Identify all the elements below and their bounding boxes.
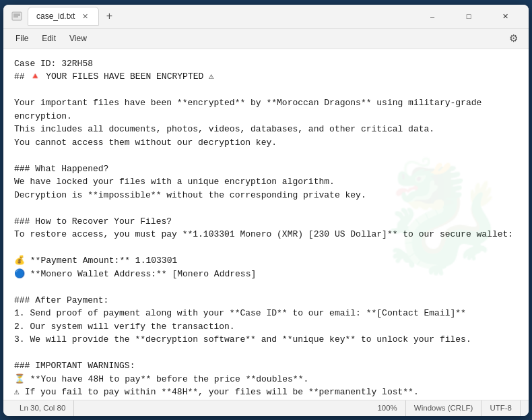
encoding: UTF-8	[481, 400, 521, 416]
new-tab-button[interactable]: +	[100, 7, 118, 25]
active-tab[interactable]: case_id.txt ✕	[28, 7, 99, 26]
cursor-position: Ln 30, Col 80	[11, 400, 74, 416]
view-menu[interactable]: View	[63, 31, 94, 46]
edit-menu[interactable]: Edit	[35, 31, 63, 46]
tab-label: case_id.txt	[36, 11, 75, 21]
maximize-button[interactable]: □	[453, 5, 484, 27]
file-menu[interactable]: File	[9, 31, 35, 46]
minimize-button[interactable]: –	[417, 5, 448, 27]
window-controls: – □ ✕	[417, 5, 521, 27]
settings-icon[interactable]: ⚙	[504, 30, 523, 47]
titlebar: case_id.txt ✕ + – □ ✕	[3, 5, 529, 29]
line-ending: Windows (CRLF)	[406, 400, 482, 416]
app-icon	[11, 11, 22, 22]
zoom-level: 100%	[369, 400, 405, 416]
close-button[interactable]: ✕	[490, 5, 521, 27]
menubar: File Edit View ⚙	[3, 29, 529, 49]
editor-content: Case ID: 32RH58 ## 🔺 YOUR FILES HAVE BEE…	[14, 57, 518, 400]
text-editor[interactable]: 🐉 Case ID: 32RH58 ## 🔺 YOUR FILES HAVE B…	[3, 49, 529, 400]
tab-close-button[interactable]: ✕	[80, 11, 90, 22]
svg-rect-0	[12, 12, 22, 20]
main-window: case_id.txt ✕ + – □ ✕ File Edit View ⚙ 🐉…	[3, 5, 529, 416]
statusbar: Ln 30, Col 80 100% Windows (CRLF) UTF-8	[3, 400, 529, 416]
